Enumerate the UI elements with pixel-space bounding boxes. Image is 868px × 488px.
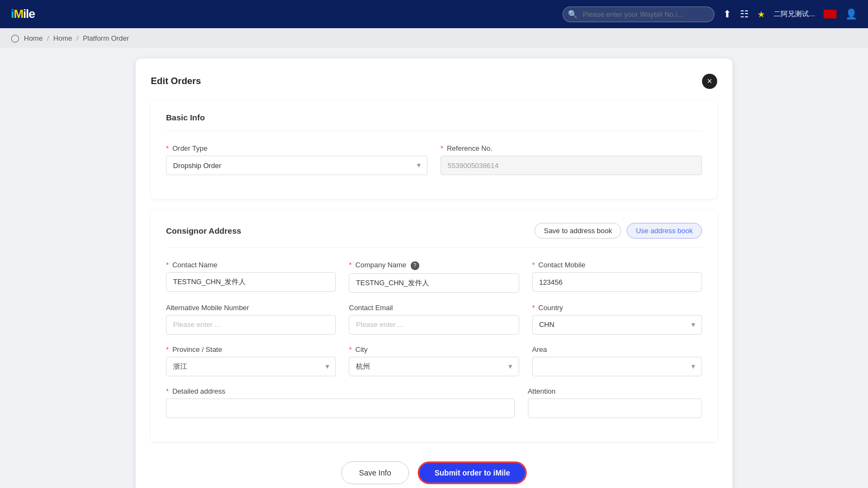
basic-info-card: Basic Info * Order Type Dropship Order S… [151, 100, 717, 199]
city-group: * City 杭州 ▼ [349, 345, 519, 376]
consignor-row-3: * Province / State 浙江 ▼ * City [166, 345, 702, 376]
area-group: Area ▼ [532, 345, 702, 376]
detailed-address-input[interactable] [166, 399, 515, 418]
company-name-input[interactable] [349, 273, 519, 293]
province-label: * Province / State [166, 345, 336, 354]
address-book-actions: Save to address book Use address book [534, 223, 702, 239]
breadcrumb-home[interactable]: Home [24, 34, 43, 42]
contact-mobile-label: * Contact Mobile [532, 261, 702, 269]
order-type-group: * Order Type Dropship Order Standard Ord… [166, 144, 427, 175]
search-input[interactable] [563, 7, 714, 22]
contact-name-input[interactable] [166, 272, 336, 292]
use-address-book-button[interactable]: Use address book [627, 223, 702, 239]
province-group: * Province / State 浙江 ▼ [166, 345, 336, 376]
contact-name-label: * Contact Name [166, 261, 336, 269]
contact-mobile-input[interactable] [532, 272, 702, 292]
user-avatar-icon[interactable]: 👤 [845, 8, 857, 20]
flag-icon [824, 10, 837, 18]
reference-no-input[interactable] [441, 156, 702, 175]
consignor-address-card: Consignor Address Save to address book U… [151, 210, 717, 442]
country-label: * Country [532, 304, 702, 312]
breadcrumb-current: Platform Order [83, 34, 129, 42]
area-select[interactable] [532, 357, 702, 376]
user-label[interactable]: 二阿兄测试... [774, 9, 815, 19]
attention-group: Attention [528, 387, 702, 418]
submit-order-button[interactable]: Submit order to iMile [418, 461, 527, 484]
province-select-wrapper: 浙江 ▼ [166, 357, 336, 376]
alt-mobile-group: Alternative Mobile Number [166, 304, 336, 335]
alt-mobile-input[interactable] [166, 315, 336, 335]
contact-email-group: Contact Email [349, 304, 519, 335]
nav-right: 🔍 ⬆ ☷ ★ 二阿兄测试... 👤 [563, 7, 857, 22]
modal-header: Edit Orders × [151, 72, 717, 89]
top-navigation: iMile 🔍 ⬆ ☷ ★ 二阿兄测试... 👤 [0, 0, 868, 28]
alt-mobile-label: Alternative Mobile Number [166, 304, 336, 312]
basic-info-row: * Order Type Dropship Order Standard Ord… [166, 144, 702, 175]
country-select-wrapper: CHN USA GBR ▼ [532, 315, 702, 335]
company-name-group: * Company Name ? [349, 261, 519, 293]
reference-no-group: * Reference No. [441, 144, 702, 175]
save-address-book-button[interactable]: Save to address book [534, 223, 621, 239]
breadcrumb-home-link: Home [53, 34, 72, 42]
home-icon: ◯ [11, 34, 20, 42]
company-name-help-icon[interactable]: ? [411, 261, 419, 270]
attention-input[interactable] [528, 399, 702, 418]
search-wrapper: 🔍 [563, 7, 714, 22]
breadcrumb-separator: / [47, 34, 49, 42]
area-select-wrapper: ▼ [532, 357, 702, 376]
contact-name-group: * Contact Name [166, 261, 336, 293]
attention-label: Attention [528, 387, 702, 395]
modal-title: Edit Orders [151, 76, 201, 87]
breadcrumb: ◯ Home / Home / Platform Order [0, 28, 868, 48]
order-type-select-wrapper: Dropship Order Standard Order ▼ [166, 156, 427, 175]
consignor-row-1: * Contact Name * Company Name ? * [166, 261, 702, 293]
order-type-label: * Order Type [166, 144, 427, 152]
edit-orders-modal: Edit Orders × Basic Info * Order Type Dr… [136, 59, 732, 488]
app-logo: iMile [11, 7, 35, 21]
save-info-button[interactable]: Save Info [341, 461, 409, 484]
city-label: * City [349, 345, 519, 354]
basic-info-title: Basic Info [166, 113, 702, 131]
page-outer: Edit Orders × Basic Info * Order Type Dr… [0, 48, 868, 488]
footer-actions: Save Info Submit order to iMile [151, 453, 717, 489]
reference-no-label: * Reference No. [441, 144, 702, 152]
detailed-address-label: * Detailed address [166, 387, 515, 395]
detailed-address-group: * Detailed address [166, 387, 515, 418]
province-select[interactable]: 浙江 [166, 357, 336, 376]
grid-icon[interactable]: ☷ [740, 8, 749, 20]
star-icon[interactable]: ★ [757, 9, 765, 20]
consignor-row-2: Alternative Mobile Number Contact Email … [166, 304, 702, 335]
contact-mobile-group: * Contact Mobile [532, 261, 702, 293]
city-select-wrapper: 杭州 ▼ [349, 357, 519, 376]
country-group: * Country CHN USA GBR ▼ [532, 304, 702, 335]
breadcrumb-separator2: / [76, 34, 79, 42]
consignor-row-4: * Detailed address Attention [166, 387, 702, 418]
contact-email-label: Contact Email [349, 304, 519, 312]
consignor-section-header: Consignor Address Save to address book U… [166, 223, 702, 248]
country-select[interactable]: CHN USA GBR [532, 315, 702, 335]
close-button[interactable]: × [702, 74, 717, 89]
order-type-select[interactable]: Dropship Order Standard Order [166, 156, 427, 175]
city-select[interactable]: 杭州 [349, 357, 519, 376]
contact-email-input[interactable] [349, 315, 519, 335]
upload-icon[interactable]: ⬆ [723, 8, 731, 20]
company-name-label: * Company Name ? [349, 261, 519, 270]
area-label: Area [532, 345, 702, 354]
consignor-title: Consignor Address [166, 226, 241, 235]
